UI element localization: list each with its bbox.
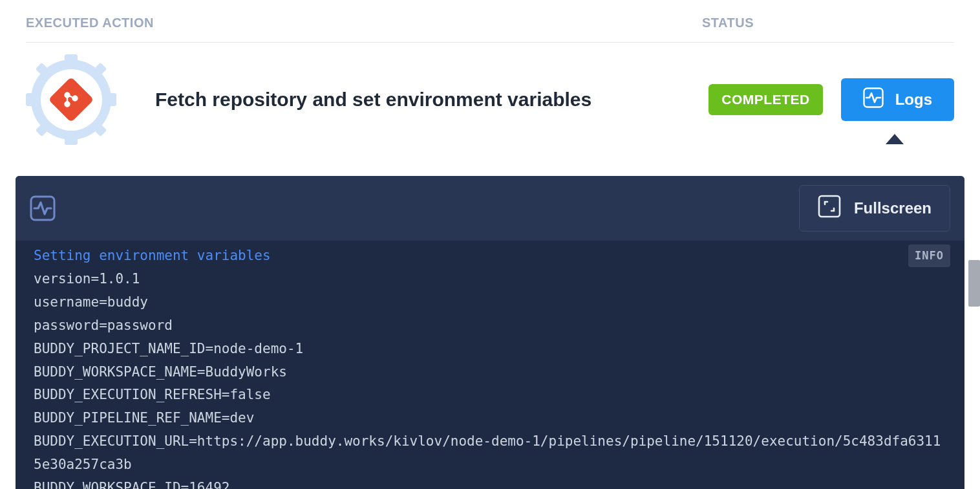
terminal-panel: Fullscreen INFO Setting environment vari… — [16, 176, 964, 489]
log-line: BUDDY_PIPELINE_REF_NAME=dev — [34, 407, 946, 430]
svg-rect-2 — [26, 93, 35, 106]
svg-rect-0 — [65, 54, 78, 63]
svg-point-8 — [65, 93, 70, 98]
fullscreen-button-label: Fullscreen — [854, 199, 932, 217]
log-line: BUDDY_WORKSPACE_ID=16492 — [34, 477, 946, 489]
log-line: BUDDY_WORKSPACE_NAME=BuddyWorks — [34, 361, 946, 384]
header-executed-action: EXECUTED ACTION — [26, 16, 154, 30]
log-line: BUDDY_EXECUTION_URL=https://app.buddy.wo… — [34, 430, 946, 477]
log-line: version=1.0.1 — [34, 268, 946, 291]
terminal-body[interactable]: INFO Setting environment variables versi… — [16, 241, 964, 489]
git-icon — [48, 77, 94, 123]
pulse-icon — [30, 195, 56, 221]
action-row: Fetch repository and set environment var… — [26, 43, 954, 164]
log-line: password=password — [34, 314, 946, 338]
log-section-header: Setting environment variables — [34, 244, 946, 268]
fullscreen-button[interactable]: Fullscreen — [799, 185, 950, 232]
svg-line-12 — [69, 96, 73, 98]
svg-point-10 — [65, 102, 70, 107]
action-title: Fetch repository and set environment var… — [155, 89, 708, 111]
log-line: BUDDY_PROJECT_NAME_ID=node-demo-1 — [34, 338, 946, 361]
gear-git-icon — [26, 54, 116, 145]
svg-point-9 — [73, 96, 78, 101]
log-line: username=buddy — [34, 291, 946, 314]
scrollbar-thumb[interactable] — [968, 260, 980, 307]
status-badge: COMPLETED — [708, 84, 822, 115]
table-header: EXECUTED ACTION STATUS — [26, 0, 954, 43]
svg-rect-3 — [107, 93, 116, 106]
header-status: STATUS — [702, 16, 754, 30]
logs-button[interactable]: Logs — [841, 78, 954, 121]
log-line: BUDDY_EXECUTION_REFRESH=false — [34, 384, 946, 407]
pulse-icon — [863, 87, 884, 112]
svg-rect-15 — [819, 196, 840, 217]
info-badge: INFO — [908, 244, 950, 267]
logs-button-label: Logs — [895, 91, 932, 109]
fullscreen-icon — [818, 195, 841, 222]
svg-rect-1 — [65, 136, 78, 145]
terminal-toolbar: Fullscreen — [16, 176, 964, 241]
